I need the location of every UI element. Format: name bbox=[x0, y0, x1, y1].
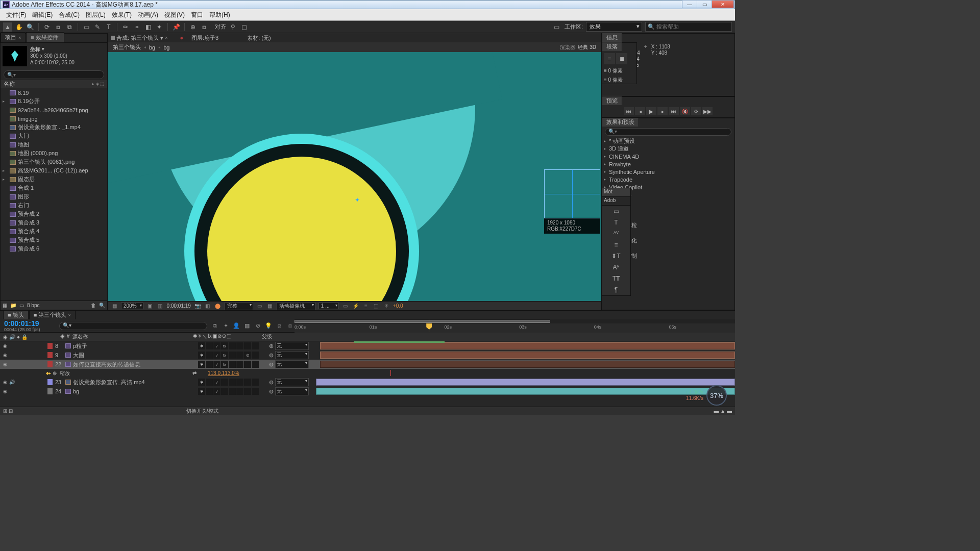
comp-viewer-tab[interactable]: 合成: 第三个镜头 ▾ × bbox=[111, 34, 167, 42]
snap-tl-icon[interactable]: ⧈ bbox=[285, 322, 295, 330]
last-frame-icon[interactable]: ⏭ bbox=[669, 107, 679, 115]
comp-mini-icon[interactable]: ⧉ bbox=[210, 322, 219, 330]
project-item[interactable]: 第三个镜头 (0061).png bbox=[1, 158, 107, 166]
minimize-button[interactable]: — bbox=[682, 0, 697, 8]
footage-viewer-tab[interactable]: 素材: (无) bbox=[247, 34, 271, 42]
info-tab[interactable]: 信息 bbox=[602, 33, 622, 42]
layer-row[interactable]: ◉24bg✱/⊚无 bbox=[0, 387, 735, 396]
project-item[interactable]: 地图 (0000).png bbox=[1, 149, 107, 158]
channel-icon[interactable]: ◧ bbox=[204, 303, 211, 309]
snap-icon[interactable]: ⧈ bbox=[200, 22, 209, 32]
play-icon[interactable]: ▶ bbox=[646, 107, 656, 115]
mute-icon[interactable]: 🔇 bbox=[680, 107, 690, 115]
effects-tab[interactable]: 效果和预设 bbox=[602, 117, 639, 127]
eraser-tool-icon[interactable]: ◧ bbox=[143, 22, 153, 32]
search-help-input[interactable]: 🔍 搜索帮助 bbox=[645, 22, 732, 32]
project-tab[interactable]: 项目× bbox=[1, 32, 26, 42]
pan-behind-tool-icon[interactable]: ⧉ bbox=[65, 22, 74, 32]
font-icon[interactable]: T bbox=[602, 217, 630, 228]
draft3d-icon[interactable]: ✦ bbox=[221, 322, 230, 330]
loop-icon[interactable]: ⟳ bbox=[691, 107, 701, 115]
fast-preview-icon[interactable]: ⚡ bbox=[352, 303, 359, 309]
mask-icon[interactable]: ▥ bbox=[157, 303, 164, 309]
exposure-value[interactable]: +0.0 bbox=[393, 303, 403, 309]
menu-file[interactable]: 文件(F) bbox=[3, 9, 29, 21]
folder-icon[interactable]: 📁 bbox=[10, 303, 16, 308]
rotate-tool-icon[interactable]: ⟳ bbox=[42, 22, 52, 32]
views-dropdown[interactable]: 1 ... bbox=[318, 303, 339, 309]
bold-icon[interactable]: T T bbox=[602, 273, 630, 284]
hide-shy-icon[interactable]: 👤 bbox=[232, 322, 241, 330]
project-item[interactable]: 地图 bbox=[1, 140, 107, 149]
paragraph-tab[interactable]: 段落 bbox=[602, 42, 622, 51]
snapshot-region[interactable] bbox=[544, 169, 600, 218]
pen-tool-icon[interactable]: ✎ bbox=[93, 22, 102, 32]
grid-icon[interactable]: ▦ bbox=[111, 303, 118, 309]
timeline-icon[interactable]: ≡ bbox=[362, 303, 370, 309]
anchor-point-icon[interactable]: ✦ bbox=[355, 196, 360, 204]
resolution-dropdown[interactable]: 完整 bbox=[225, 302, 253, 310]
project-item[interactable]: 创设意象形象宣..._1.mp4 bbox=[1, 123, 107, 132]
project-item[interactable]: ▸固态层 bbox=[1, 175, 107, 184]
menu-anim[interactable]: 动画(A) bbox=[135, 9, 161, 21]
effect-category[interactable]: ▸Synthetic Aperture bbox=[604, 168, 732, 176]
effect-category[interactable]: ▸CINEMA 4D bbox=[604, 153, 732, 160]
preview-tab[interactable]: 预览 bbox=[602, 96, 622, 105]
project-item-list[interactable]: 8.19▸8.19公开92a0b84...b2934065b7f.pngtimg… bbox=[1, 88, 107, 300]
first-frame-icon[interactable]: ⏮ bbox=[624, 107, 634, 115]
breadcrumb-0[interactable]: 第三个镜头 bbox=[113, 43, 141, 51]
source-name-column[interactable]: 源名称 bbox=[72, 334, 88, 339]
menu-view[interactable]: 视图(V) bbox=[161, 9, 188, 21]
effects-search-input[interactable]: 🔍▾ bbox=[605, 128, 731, 136]
camera-tool-icon[interactable]: ⧈ bbox=[54, 22, 63, 32]
effect-category[interactable]: ▸Trapcode bbox=[604, 176, 732, 183]
maximize-button[interactable]: ▭ bbox=[697, 0, 712, 8]
frame-blend-icon[interactable]: ▦ bbox=[242, 322, 252, 330]
workspace-dropdown[interactable]: 效果 bbox=[586, 22, 642, 32]
layer-row[interactable]: ◉🔊23创设意象形象宣传_高清.mp4✱/⊚无 bbox=[0, 378, 735, 387]
motion-blur-icon[interactable]: ⊘ bbox=[253, 322, 262, 330]
property-row[interactable]: ◆▸⊚缩放⇄113.0,113.0% bbox=[0, 369, 735, 378]
scale-icon[interactable]: ⬍T bbox=[602, 251, 630, 262]
adobe-tab[interactable]: Adob bbox=[602, 197, 630, 206]
project-item[interactable]: 预合成 6 bbox=[1, 244, 107, 253]
project-item[interactable]: ▸高级MG201... (CC (12)).aep bbox=[1, 166, 107, 175]
project-item[interactable]: 预合成 3 bbox=[1, 218, 107, 227]
graph-icon[interactable]: ⧄ bbox=[275, 322, 284, 330]
effect-category[interactable]: ▸3D 通道 bbox=[604, 145, 732, 153]
project-search-input[interactable]: 🔍▾ bbox=[4, 70, 104, 79]
timeline-search-input[interactable]: 🔍▾ bbox=[59, 322, 207, 330]
roi-icon[interactable]: ▭ bbox=[256, 303, 263, 309]
selected-item-name[interactable]: 坐标 bbox=[30, 46, 75, 53]
zoom-tool-icon[interactable]: 🔍 bbox=[26, 22, 35, 32]
rect-tool-icon[interactable]: ▭ bbox=[82, 22, 91, 32]
layer-row[interactable]: ◉8p粒子✱/fx⊚无 bbox=[0, 341, 735, 350]
effect-controls-tab[interactable]: ■ 效果控件: bbox=[26, 32, 64, 42]
display-icon[interactable]: ▭ bbox=[552, 22, 561, 32]
type-tool-icon[interactable]: T bbox=[104, 22, 113, 32]
toggle-switches-icon[interactable]: ⊞ ⊟ bbox=[3, 408, 13, 414]
menu-layer[interactable]: 图层(L) bbox=[83, 9, 109, 21]
clone-tool-icon[interactable]: ⌖ bbox=[132, 22, 141, 32]
timeline-tab-0[interactable]: ■ 镜头 bbox=[3, 310, 29, 319]
name-column-header[interactable]: 名称 bbox=[4, 80, 91, 88]
menu-help[interactable]: 帮助(H) bbox=[206, 9, 233, 21]
menu-window[interactable]: 窗口 bbox=[188, 9, 206, 21]
baseline-icon[interactable]: Aᵃ bbox=[602, 262, 630, 273]
pixel-aspect-icon[interactable]: ▭ bbox=[342, 303, 349, 309]
close-button[interactable]: ✕ bbox=[712, 0, 734, 8]
snapshot-icon[interactable]: 📷 bbox=[194, 303, 201, 309]
effect-category[interactable]: ▸* 动画预设 bbox=[604, 137, 732, 145]
brainstorm-icon[interactable]: 💡 bbox=[264, 322, 273, 330]
interpret-icon[interactable]: ▦ bbox=[3, 303, 7, 308]
puppet-tool-icon[interactable]: 📌 bbox=[172, 22, 181, 32]
project-item[interactable]: 92a0b84...b2934065b7f.png bbox=[1, 106, 107, 114]
zoom-dropdown[interactable]: 200% bbox=[121, 303, 143, 309]
safe-zones-icon[interactable]: ▣ bbox=[146, 303, 154, 309]
snap-toggle-icon[interactable]: ⚲ bbox=[228, 22, 237, 32]
blank-swatch[interactable]: ▭ bbox=[602, 206, 630, 217]
roto-tool-icon[interactable]: ✦ bbox=[155, 22, 164, 32]
next-frame-icon[interactable]: ▸ bbox=[657, 107, 668, 115]
project-item[interactable]: 预合成 4 bbox=[1, 227, 107, 236]
timeline-tab-1[interactable]: ■ 第三个镜头 × bbox=[29, 310, 76, 319]
